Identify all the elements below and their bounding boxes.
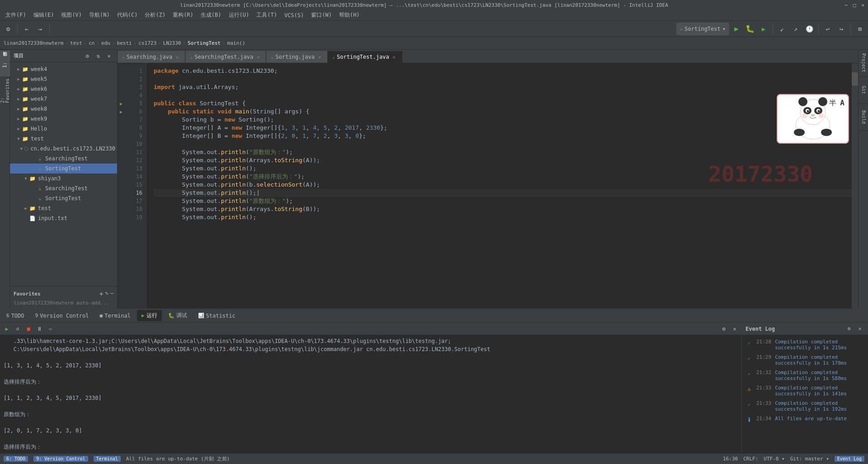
run-config-selector[interactable]: ☕ SortingTest ▾ [676,23,729,35]
tree-item-shiyan3-searchingtest[interactable]: ☕ SearchingTest [10,183,117,193]
back-button[interactable]: ← [20,23,33,35]
run-rerun-button[interactable]: ↺ [13,324,23,334]
tab-project[interactable]: 1: 项目 [0,50,10,77]
menu-item-help[interactable]: 帮助(H) [335,10,363,20]
tab-project-right[interactable]: Project [859,50,868,77]
event-log-close-button[interactable]: ✕ [855,324,864,333]
tree-item-week7[interactable]: ▶ 📁 week7 [10,94,117,104]
breadcrumb-besti[interactable]: besti [117,40,132,46]
run-with-coverage-button[interactable]: ▶ [757,23,770,35]
breadcrumb-edu[interactable]: edu [101,40,110,46]
menu-item-code[interactable]: 代码(C) [113,10,142,20]
tab-sorting-java[interactable]: ☕ Sorting.java ✕ [266,51,328,63]
layout-button[interactable]: ⊞ [854,23,866,35]
git-update-button[interactable]: ↙ [776,23,788,35]
event-text-3[interactable]: Compilation completed successfully in 1s… [775,370,864,381]
tab-git[interactable]: Git [859,77,868,104]
btab-run[interactable]: ▶ 运行 [137,310,162,321]
panel-close-button[interactable]: ✕ [104,52,113,61]
favorites-delete-button[interactable]: — [110,290,113,297]
tab-close-button[interactable]: ✕ [391,54,397,60]
undo-button[interactable]: ↩ [821,23,834,35]
forward-button[interactable]: → [34,23,47,35]
tree-item-week4[interactable]: ▶ 📁 week4 [10,64,117,74]
event-text-1[interactable]: Compilation completed successfully in 1s… [775,339,864,351]
line-info[interactable]: 16:30 [723,456,738,462]
tab-sortingtest-java[interactable]: ☕ SortingTest.java ✕ [328,51,402,63]
tree-item-shiyan3[interactable]: ▼ 📁 shiyan3 [10,173,117,183]
menu-item-navigate[interactable]: 导航(N) [85,10,113,20]
run-close-button[interactable]: ✕ [730,324,740,334]
tab-close-button[interactable]: ✕ [255,54,261,60]
breadcrumb-ln2330[interactable]: LN2330 [163,40,181,46]
breadcrumb-test[interactable]: test [70,40,82,46]
breadcrumb-main[interactable]: main() [227,40,245,46]
menu-item-view[interactable]: 视图(V) [57,10,85,20]
tree-item-shiyan3-sortingtest[interactable]: ☕ SortingTest [10,193,117,203]
tab-build[interactable]: Build [859,104,868,131]
redo-button[interactable]: ↪ [835,23,848,35]
tab-searching-java[interactable]: ☕ Searching.java ✕ [118,51,185,63]
tree-item-week5[interactable]: ▶ 📁 week5 [10,74,117,84]
run-stop-button[interactable]: ■ [24,324,33,334]
vc-badge[interactable]: 9: Version Control [33,456,88,462]
code-editor[interactable]: ▶ ▶ 1 [118,63,858,309]
tree-item-week8[interactable]: ▶ 📁 week8 [10,104,117,114]
todo-badge[interactable]: 6: TODO [4,456,28,462]
tree-item-searchingtest[interactable]: ☕ SearchingTest [10,154,117,164]
event-text-6[interactable]: All files are up-to-date [775,416,847,422]
menu-item-run[interactable]: 运行(U) [225,10,253,20]
run-settings-button[interactable]: ⚙ [719,324,729,334]
tree-item-input-txt[interactable]: 📄 input.txt [10,213,117,223]
tree-item-test2[interactable]: ▶ 📁 test [10,203,117,213]
breadcrumb-cs1723[interactable]: cs1723 [138,40,156,46]
tree-item-sortingtest[interactable]: ☕ SortingTest [10,164,117,173]
favorites-edit-button[interactable]: ✎ [105,290,108,297]
btab-debug[interactable]: 🐛 调试 [164,310,192,321]
menu-item-file[interactable]: 文件(F) [2,10,30,20]
charset[interactable]: UTF-8 ▾ [764,456,784,462]
menu-item-generate[interactable]: 生成(B) [197,10,225,20]
close-button[interactable]: ✕ [861,2,864,8]
panel-sort-button[interactable]: ⇅ [94,52,103,61]
scrollbar-thumb[interactable] [852,72,858,86]
tree-item-week9[interactable]: ▶ 📁 week9 [10,114,117,124]
tree-item-week6[interactable]: ▶ 📁 week6 [10,84,117,94]
breadcrumb-sortingtest[interactable]: SortingTest [188,40,221,46]
run-button[interactable]: ▶ [730,23,743,35]
code-content[interactable]: package cn.edu.besti.cs1723.LN2330; impo… [146,63,852,309]
event-log-badge[interactable]: Event Log [835,456,864,462]
breadcrumb-cn[interactable]: cn [89,40,94,46]
tree-item-hello[interactable]: ▶ 📁 Hello [10,124,117,134]
tree-item-test[interactable]: ▼ 📁 test [10,134,117,144]
favorites-add-button[interactable]: + [99,290,103,297]
menu-item-edit[interactable]: 编辑(E) [30,10,58,20]
terminal-badge[interactable]: Terminal [94,456,121,462]
minimize-button[interactable]: ─ [844,2,848,8]
editor-scrollbar[interactable] [852,63,858,309]
menu-item-tools[interactable]: 工具(T) [253,10,281,20]
maximize-button[interactable]: □ [853,2,856,8]
btab-version-control[interactable]: 9 Version Control [31,311,94,321]
event-text-5[interactable]: Compilation completed successfully in 1s… [775,400,864,412]
run-play-button[interactable]: ▶ [2,324,12,334]
menu-item-vcs[interactable]: VCS(S) [281,11,307,19]
debug-button[interactable]: 🐛 [744,23,756,35]
run-suspend-button[interactable]: ⏸ [34,324,44,334]
linan-item[interactable]: linan20172330newterm auto-add... [14,299,113,307]
btab-todo[interactable]: 6 TODO [2,311,29,321]
menu-item-refactor[interactable]: 重构(R) [169,10,197,20]
event-text-4[interactable]: Compilation completed successfully in 1s… [775,385,864,397]
event-text-2[interactable]: Compilation completed successfully in 1s… [775,354,864,366]
tab-searchingtest-java[interactable]: ☕ SearchingTest.java ✕ [185,51,266,63]
btab-statistic[interactable]: 📊 Statistic [193,311,240,321]
git-branch[interactable]: Git: master ▾ [790,456,829,462]
panel-settings-button[interactable]: ⚙ [83,52,92,61]
tab-close-button[interactable]: ✕ [316,54,323,60]
btab-terminal[interactable]: ▣ Terminal [95,311,135,321]
breadcrumb-project[interactable]: linan20172330newterm [4,40,63,46]
git-history-button[interactable]: 🕐 [803,23,816,35]
line-ending[interactable]: CRLF: [743,456,758,462]
event-log-settings-button[interactable]: ⚙ [844,324,854,333]
tab-favorites[interactable]: 2: Favorites [0,77,10,104]
